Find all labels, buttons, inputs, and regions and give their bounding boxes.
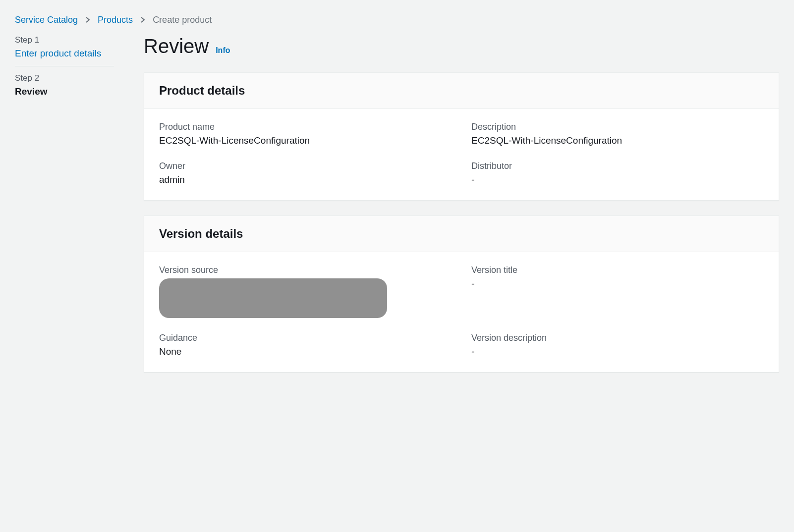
chevron-right-icon: [140, 16, 146, 24]
panel-body: Product name EC2SQL-With-LicenseConfigur…: [144, 109, 779, 200]
version-details-panel: Version details Version source Version t…: [144, 215, 779, 372]
field-description: Description EC2SQL-With-LicenseConfigura…: [471, 122, 764, 146]
chevron-right-icon: [85, 16, 91, 24]
product-details-panel: Product details Product name EC2SQL-With…: [144, 72, 779, 201]
field-version-source: Version source: [159, 265, 452, 318]
field-value: -: [471, 174, 764, 185]
field-label: Version source: [159, 265, 452, 275]
panel-header: Product details: [144, 73, 779, 109]
field-label: Version description: [471, 333, 764, 343]
step-number: Step 1: [15, 35, 114, 45]
field-value: -: [471, 346, 764, 357]
breadcrumb-current: Create product: [153, 15, 212, 25]
wizard-steps: Step 1 Enter product details Step 2 Revi…: [15, 35, 114, 387]
field-value: EC2SQL-With-LicenseConfiguration: [471, 135, 764, 146]
panel-body: Version source Version title - Guidance …: [144, 252, 779, 372]
field-label: Guidance: [159, 333, 452, 343]
redacted-block: [159, 278, 387, 318]
panel-title: Product details: [159, 84, 764, 98]
field-guidance: Guidance None: [159, 333, 452, 357]
panel-header: Version details: [144, 216, 779, 252]
panel-title: Version details: [159, 227, 764, 241]
page-title: Review: [144, 35, 209, 57]
info-link[interactable]: Info: [216, 46, 230, 55]
field-version-title: Version title -: [471, 265, 764, 318]
field-label: Owner: [159, 161, 452, 171]
field-distributor: Distributor -: [471, 161, 764, 185]
step-title[interactable]: Enter product details: [15, 48, 114, 59]
field-owner: Owner admin: [159, 161, 452, 185]
step-1[interactable]: Step 1 Enter product details: [15, 35, 114, 66]
field-label: Version title: [471, 265, 764, 275]
main-content: Review Info Product details Product name…: [144, 35, 779, 387]
field-version-description: Version description -: [471, 333, 764, 357]
breadcrumb: Service Catalog Products Create product: [15, 15, 779, 25]
field-label: Distributor: [471, 161, 764, 171]
field-value: None: [159, 346, 452, 357]
field-value: -: [471, 278, 764, 289]
step-2: Step 2 Review: [15, 73, 114, 104]
page-header: Review Info: [144, 35, 779, 57]
breadcrumb-service-catalog[interactable]: Service Catalog: [15, 15, 78, 25]
field-product-name: Product name EC2SQL-With-LicenseConfigur…: [159, 122, 452, 146]
field-value: admin: [159, 174, 452, 185]
field-value: EC2SQL-With-LicenseConfiguration: [159, 135, 452, 146]
breadcrumb-products[interactable]: Products: [98, 15, 133, 25]
step-number: Step 2: [15, 73, 114, 83]
field-label: Product name: [159, 122, 452, 132]
step-title: Review: [15, 86, 114, 97]
field-label: Description: [471, 122, 764, 132]
